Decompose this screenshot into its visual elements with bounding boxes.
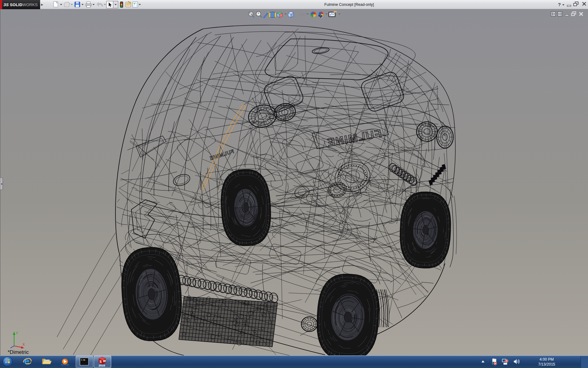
svg-text:S: S bbox=[100, 360, 102, 363]
svg-text:?: ? bbox=[558, 2, 561, 7]
svg-text:4:00 PM: 4:00 PM bbox=[540, 357, 554, 362]
svg-text:W: W bbox=[103, 359, 106, 363]
svg-text:e: e bbox=[24, 356, 29, 366]
svg-text:2015: 2015 bbox=[99, 364, 105, 367]
svg-text:X: X bbox=[23, 343, 25, 346]
svg-text:7/13/2015: 7/13/2015 bbox=[538, 362, 555, 366]
svg-text:FULMINE: FULMINE bbox=[326, 127, 382, 149]
svg-text:Y: Y bbox=[16, 332, 18, 335]
